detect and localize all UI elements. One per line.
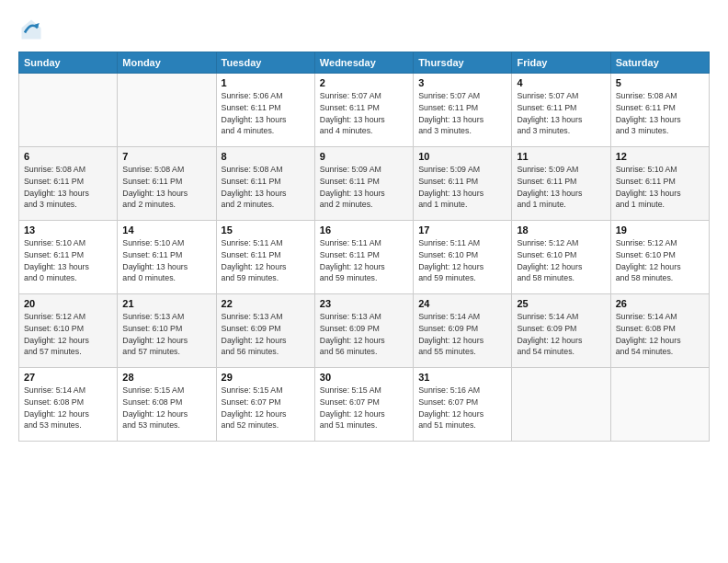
- calendar-cell: 22Sunrise: 5:13 AM Sunset: 6:09 PM Dayli…: [216, 294, 314, 368]
- day-number: 22: [222, 298, 310, 309]
- calendar-cell: 17Sunrise: 5:11 AM Sunset: 6:10 PM Dayli…: [414, 221, 512, 294]
- day-detail: Sunrise: 5:14 AM Sunset: 6:09 PM Dayligh…: [418, 311, 506, 358]
- logo: [18, 17, 48, 42]
- day-number: 3: [418, 77, 506, 88]
- day-detail: Sunrise: 5:13 AM Sunset: 6:10 PM Dayligh…: [122, 311, 210, 358]
- day-detail: Sunrise: 5:14 AM Sunset: 6:08 PM Dayligh…: [24, 385, 112, 431]
- day-number: 29: [222, 372, 310, 383]
- day-detail: Sunrise: 5:07 AM Sunset: 6:11 PM Dayligh…: [418, 90, 506, 137]
- day-number: 28: [122, 372, 210, 383]
- day-detail: Sunrise: 5:09 AM Sunset: 6:11 PM Dayligh…: [418, 164, 506, 211]
- calendar-cell: 2Sunrise: 5:07 AM Sunset: 6:11 PM Daylig…: [314, 74, 413, 147]
- week-row-2: 6Sunrise: 5:08 AM Sunset: 6:11 PM Daylig…: [19, 147, 710, 221]
- page: SundayMondayTuesdayWednesdayThursdayFrid…: [0, 0, 728, 563]
- weekday-header-friday: Friday: [512, 52, 610, 74]
- day-number: 17: [418, 224, 506, 236]
- calendar-cell: 27Sunrise: 5:14 AM Sunset: 6:08 PM Dayli…: [19, 368, 118, 442]
- weekday-header-row: SundayMondayTuesdayWednesdayThursdayFrid…: [19, 52, 710, 74]
- day-number: 15: [222, 224, 310, 236]
- day-detail: Sunrise: 5:07 AM Sunset: 6:11 PM Dayligh…: [517, 90, 605, 137]
- calendar-cell: 15Sunrise: 5:11 AM Sunset: 6:11 PM Dayli…: [216, 221, 314, 294]
- weekday-header-saturday: Saturday: [610, 52, 709, 74]
- day-number: 11: [517, 151, 605, 162]
- calendar-cell: 18Sunrise: 5:12 AM Sunset: 6:10 PM Dayli…: [512, 221, 610, 294]
- day-number: 19: [616, 224, 704, 236]
- day-detail: Sunrise: 5:06 AM Sunset: 6:11 PM Dayligh…: [222, 90, 310, 137]
- calendar-cell: 3Sunrise: 5:07 AM Sunset: 6:11 PM Daylig…: [414, 74, 512, 147]
- day-detail: Sunrise: 5:10 AM Sunset: 6:11 PM Dayligh…: [122, 237, 210, 284]
- day-detail: Sunrise: 5:11 AM Sunset: 6:10 PM Dayligh…: [418, 237, 506, 284]
- day-detail: Sunrise: 5:08 AM Sunset: 6:11 PM Dayligh…: [616, 90, 704, 137]
- calendar-cell: 25Sunrise: 5:14 AM Sunset: 6:09 PM Dayli…: [512, 294, 610, 368]
- calendar-cell: 23Sunrise: 5:13 AM Sunset: 6:09 PM Dayli…: [314, 294, 413, 368]
- day-number: 9: [320, 151, 408, 162]
- day-detail: Sunrise: 5:11 AM Sunset: 6:11 PM Dayligh…: [320, 237, 408, 284]
- weekday-header-monday: Monday: [118, 52, 216, 74]
- day-number: 13: [24, 224, 112, 236]
- calendar-cell: 16Sunrise: 5:11 AM Sunset: 6:11 PM Dayli…: [314, 221, 413, 294]
- day-detail: Sunrise: 5:08 AM Sunset: 6:11 PM Dayligh…: [122, 164, 210, 211]
- day-number: 12: [616, 151, 704, 162]
- day-number: 6: [24, 151, 112, 162]
- day-number: 25: [517, 298, 605, 309]
- day-detail: Sunrise: 5:08 AM Sunset: 6:11 PM Dayligh…: [24, 164, 112, 211]
- calendar-cell: 7Sunrise: 5:08 AM Sunset: 6:11 PM Daylig…: [118, 147, 216, 221]
- day-number: 23: [320, 298, 408, 309]
- calendar-cell: 26Sunrise: 5:14 AM Sunset: 6:08 PM Dayli…: [610, 294, 709, 368]
- calendar-cell: 4Sunrise: 5:07 AM Sunset: 6:11 PM Daylig…: [512, 74, 610, 147]
- day-number: 30: [320, 372, 408, 383]
- calendar-cell: 10Sunrise: 5:09 AM Sunset: 6:11 PM Dayli…: [414, 147, 512, 221]
- day-detail: Sunrise: 5:15 AM Sunset: 6:08 PM Dayligh…: [122, 385, 210, 431]
- day-number: 14: [122, 224, 210, 236]
- calendar-cell: 28Sunrise: 5:15 AM Sunset: 6:08 PM Dayli…: [118, 368, 216, 442]
- day-number: 7: [122, 151, 210, 162]
- day-number: 21: [122, 298, 210, 309]
- day-detail: Sunrise: 5:11 AM Sunset: 6:11 PM Dayligh…: [222, 237, 310, 284]
- day-number: 1: [222, 77, 310, 88]
- week-row-5: 27Sunrise: 5:14 AM Sunset: 6:08 PM Dayli…: [19, 368, 710, 442]
- day-detail: Sunrise: 5:10 AM Sunset: 6:11 PM Dayligh…: [24, 237, 112, 284]
- week-row-4: 20Sunrise: 5:12 AM Sunset: 6:10 PM Dayli…: [19, 294, 710, 368]
- calendar-cell: 1Sunrise: 5:06 AM Sunset: 6:11 PM Daylig…: [216, 74, 314, 147]
- calendar-cell: [118, 74, 216, 147]
- calendar-cell: 5Sunrise: 5:08 AM Sunset: 6:11 PM Daylig…: [610, 74, 709, 147]
- calendar-cell: [512, 368, 610, 442]
- day-number: 24: [418, 298, 506, 309]
- day-detail: Sunrise: 5:12 AM Sunset: 6:10 PM Dayligh…: [24, 311, 112, 358]
- day-detail: Sunrise: 5:15 AM Sunset: 6:07 PM Dayligh…: [222, 385, 310, 431]
- day-detail: Sunrise: 5:10 AM Sunset: 6:11 PM Dayligh…: [616, 164, 704, 211]
- weekday-header-thursday: Thursday: [414, 52, 512, 74]
- calendar-cell: 9Sunrise: 5:09 AM Sunset: 6:11 PM Daylig…: [314, 147, 413, 221]
- day-number: 18: [517, 224, 605, 236]
- day-detail: Sunrise: 5:13 AM Sunset: 6:09 PM Dayligh…: [222, 311, 310, 358]
- logo-icon: [18, 17, 44, 42]
- day-number: 27: [24, 372, 112, 383]
- calendar-cell: 19Sunrise: 5:12 AM Sunset: 6:10 PM Dayli…: [610, 221, 709, 294]
- calendar-cell: 13Sunrise: 5:10 AM Sunset: 6:11 PM Dayli…: [19, 221, 118, 294]
- day-number: 10: [418, 151, 506, 162]
- calendar-cell: [610, 368, 709, 442]
- week-row-1: 1Sunrise: 5:06 AM Sunset: 6:11 PM Daylig…: [19, 74, 710, 147]
- calendar-cell: 12Sunrise: 5:10 AM Sunset: 6:11 PM Dayli…: [610, 147, 709, 221]
- day-detail: Sunrise: 5:07 AM Sunset: 6:11 PM Dayligh…: [320, 90, 408, 137]
- day-detail: Sunrise: 5:08 AM Sunset: 6:11 PM Dayligh…: [222, 164, 310, 211]
- calendar-cell: 20Sunrise: 5:12 AM Sunset: 6:10 PM Dayli…: [19, 294, 118, 368]
- weekday-header-sunday: Sunday: [19, 52, 118, 74]
- day-number: 2: [320, 77, 408, 88]
- calendar-cell: 14Sunrise: 5:10 AM Sunset: 6:11 PM Dayli…: [118, 221, 216, 294]
- day-number: 26: [616, 298, 704, 309]
- calendar-cell: 8Sunrise: 5:08 AM Sunset: 6:11 PM Daylig…: [216, 147, 314, 221]
- day-detail: Sunrise: 5:12 AM Sunset: 6:10 PM Dayligh…: [517, 237, 605, 284]
- weekday-header-tuesday: Tuesday: [216, 52, 314, 74]
- header: [18, 17, 710, 42]
- day-number: 5: [616, 77, 704, 88]
- day-number: 31: [418, 372, 506, 383]
- day-number: 20: [24, 298, 112, 309]
- day-number: 4: [517, 77, 605, 88]
- calendar-cell: 31Sunrise: 5:16 AM Sunset: 6:07 PM Dayli…: [414, 368, 512, 442]
- day-detail: Sunrise: 5:09 AM Sunset: 6:11 PM Dayligh…: [517, 164, 605, 211]
- day-number: 8: [222, 151, 310, 162]
- calendar-table: SundayMondayTuesdayWednesdayThursdayFrid…: [18, 52, 710, 442]
- day-detail: Sunrise: 5:15 AM Sunset: 6:07 PM Dayligh…: [320, 385, 408, 431]
- day-number: 16: [320, 224, 408, 236]
